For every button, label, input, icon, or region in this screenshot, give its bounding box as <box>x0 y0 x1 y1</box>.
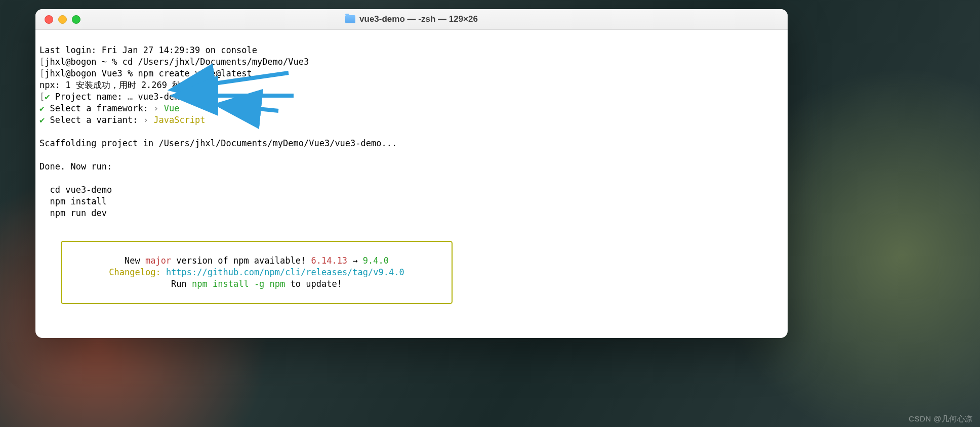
npx-install-line: npx: 1 安装成功，用时 2.269 秒 <box>39 80 181 90</box>
run-step-install: npm install <box>39 196 107 206</box>
prompt-user: jhxl@bogon <box>45 68 96 78</box>
bracket-open: [ <box>39 92 45 102</box>
last-login-line: Last login: Fri Jan 27 14:29:39 on conso… <box>39 45 257 55</box>
chevron-right-icon: › <box>143 115 153 125</box>
notice-text: to update! <box>285 279 342 289</box>
variant-value: JavaScript <box>153 115 205 125</box>
prompt-project-name-label: Project name: <box>50 92 128 102</box>
run-step-cd: cd vue3-demo <box>39 185 112 195</box>
chevron-right-icon: › <box>153 103 164 113</box>
prompt-path: Vue3 % <box>97 68 138 78</box>
notice-changelog-label: Changelog: <box>109 267 166 277</box>
svg-line-2 <box>253 108 278 111</box>
folder-icon <box>345 15 355 23</box>
check-icon: ✔ <box>45 92 50 102</box>
check-icon: ✔ <box>39 103 45 113</box>
prompt-framework-label: Select a framework: <box>45 103 153 113</box>
notice-line-1: New major version of npm available! 6.14… <box>72 255 441 267</box>
window-title-text: vue3-demo — -zsh — 129×26 <box>359 14 478 24</box>
notice-update-cmd: npm install -g npm <box>192 279 285 289</box>
window-title: vue3-demo — -zsh — 129×26 <box>35 14 788 24</box>
notice-line-2: Changelog: https://github.com/npm/cli/re… <box>72 267 441 278</box>
watermark: CSDN @几何心凉 <box>909 414 973 424</box>
notice-text: Run <box>171 279 192 289</box>
window-titlebar[interactable]: vue3-demo — -zsh — 129×26 <box>35 9 788 30</box>
bracket-open: [ <box>39 68 45 78</box>
terminal-body[interactable]: Last login: Fri Jan 27 14:29:39 on conso… <box>35 30 788 338</box>
notice-line-3: Run npm install -g npm to update! <box>72 278 441 290</box>
notice-text: New <box>125 255 145 266</box>
prompt-user: jhxl@bogon <box>45 57 96 67</box>
maximize-icon[interactable] <box>72 15 80 24</box>
notice-old-version: 6.14.13 <box>311 255 347 266</box>
npm-update-notice: New major version of npm available! 6.14… <box>61 241 453 304</box>
prompt-variant-label: Select a variant: <box>45 115 143 125</box>
done-line: Done. Now run: <box>39 161 112 172</box>
arrow-right-icon: → <box>347 255 363 266</box>
run-step-dev: npm run dev <box>39 208 107 218</box>
command-npm-create: npm create vite@latest <box>138 68 252 78</box>
command-cd: cd /Users/jhxl/Documents/myDemo/Vue3 <box>123 57 309 67</box>
ellipsis-icon: … <box>128 92 138 102</box>
notice-changelog-url: https://github.com/npm/cli/releases/tag/… <box>166 267 404 277</box>
traffic-lights <box>35 15 80 24</box>
notice-major: major <box>145 255 171 266</box>
close-icon[interactable] <box>45 15 53 24</box>
framework-value: Vue <box>164 103 180 113</box>
bracket-open: [ <box>39 57 45 67</box>
scaffolding-line: Scaffolding project in /Users/jhxl/Docum… <box>39 138 397 148</box>
check-icon: ✔ <box>39 115 45 125</box>
notice-new-version: 9.4.0 <box>363 255 389 266</box>
notice-text: version of npm available! <box>171 255 311 266</box>
prompt-path: ~ % <box>97 57 123 67</box>
project-name-value: vue3-demo <box>138 92 185 102</box>
terminal-window: vue3-demo — -zsh — 129×26 Last login: Fr… <box>35 9 788 338</box>
minimize-icon[interactable] <box>58 15 67 24</box>
